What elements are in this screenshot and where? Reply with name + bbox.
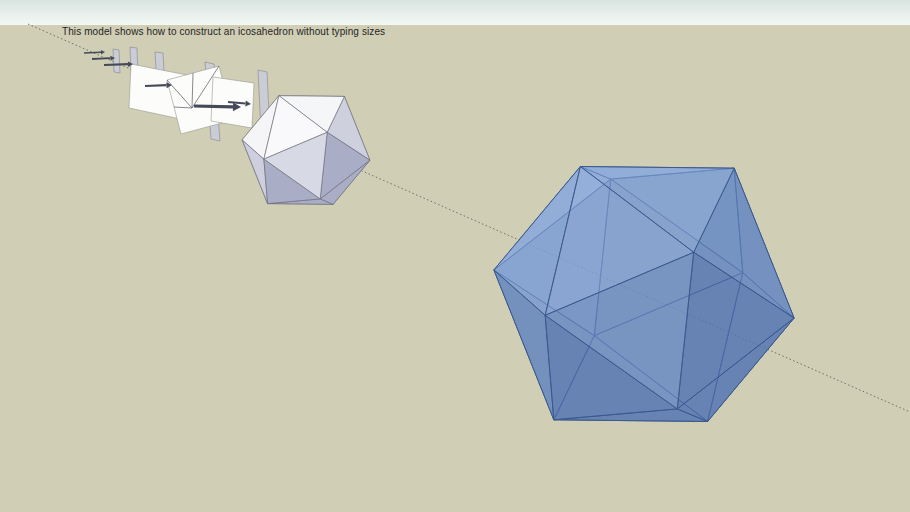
model-annotation-text: This model shows how to construct an ico… [62,26,385,37]
sky-layer [0,0,910,25]
scene-svg[interactable] [0,0,910,512]
sketchup-3d-viewport[interactable]: This model shows how to construct an ico… [0,0,910,512]
